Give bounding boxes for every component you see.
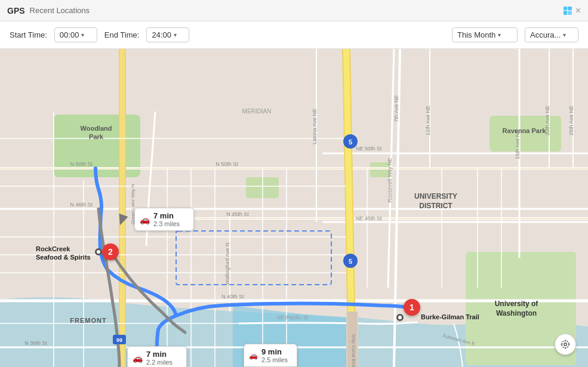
callout-1-content: 7 min 2.3 miles <box>153 211 180 227</box>
callout-2-dist: 2.2 miles <box>146 359 173 366</box>
end-time-chevron: ▾ <box>174 32 177 38</box>
close-button[interactable]: × <box>575 6 581 16</box>
period-select[interactable]: This Month ▾ <box>452 27 518 42</box>
callout-3: 🚗 9 min 2.5 miles <box>244 344 297 367</box>
callout-1-dist: 2.3 miles <box>153 220 180 227</box>
locate-button[interactable] <box>555 334 576 355</box>
app-title: GPS <box>7 6 25 16</box>
start-time-select[interactable]: 00:00 ▾ <box>54 27 97 42</box>
uw-label: University of Washington <box>495 300 538 318</box>
svg-text:5: 5 <box>349 258 352 265</box>
svg-point-74 <box>564 343 567 346</box>
callout-2-content: 7 min 2.2 miles <box>146 350 173 366</box>
marker-2[interactable]: 2 <box>102 243 119 260</box>
svg-text:NE Pacific St: NE Pacific St <box>277 314 309 320</box>
svg-text:7th Ave NE: 7th Ave NE <box>393 95 399 122</box>
car-icon-2: 🚗 <box>133 353 143 363</box>
svg-text:N 45th St: N 45th St <box>226 211 249 217</box>
controls-bar: Start Time: 00:00 ▾ End Time: 24:00 ▾ Th… <box>0 21 588 49</box>
callout-2: 🚗 7 min 2.2 miles <box>127 346 187 367</box>
marker-1[interactable]: 1 <box>404 299 420 316</box>
svg-text:Wallingford Ave N: Wallingford Ave N <box>224 242 230 285</box>
titlebar-icons: × <box>564 6 581 16</box>
university-district-label: UNIVERSITY DISTRICT <box>414 192 457 211</box>
car-icon-1: 🚗 <box>140 215 150 224</box>
subtitle: Recent Locations <box>30 6 90 15</box>
svg-text:NE 45th St: NE 45th St <box>356 215 382 221</box>
svg-text:25th Ave NE: 25th Ave NE <box>568 106 574 135</box>
accuracy-chevron: ▾ <box>563 32 566 38</box>
svg-text:MERIDIAN: MERIDIAN <box>242 108 272 115</box>
accuracy-label: Accura... <box>530 30 561 39</box>
start-time-value: 00:00 <box>60 30 79 39</box>
callout-3-content: 9 min 2.5 miles <box>261 347 288 363</box>
svg-text:N 50th St: N 50th St <box>70 161 93 167</box>
titlebar-left: GPS Recent Locations <box>7 6 90 16</box>
period-chevron: ▾ <box>498 32 501 38</box>
period-label: This Month <box>457 30 495 39</box>
end-time-select[interactable]: 24:00 ▾ <box>146 27 189 42</box>
accuracy-select[interactable]: Accura... ▾ <box>525 27 578 42</box>
map-container[interactable]: 5 5 99 N 50th St N 50th St N 46th St N 4… <box>0 49 588 367</box>
end-time-value: 24:00 <box>152 30 171 39</box>
fremont-label: FREMONT <box>70 316 106 325</box>
rockcreek-label: RockCreek Seafood & Spirits <box>36 245 91 262</box>
car-icon-3: 🚗 <box>249 351 258 360</box>
callout-1: 🚗 7 min 2.3 miles <box>134 208 194 231</box>
callout-1-time: 7 min <box>153 211 180 220</box>
callout-3-dist: 2.5 miles <box>261 356 288 363</box>
callout-3-time: 9 min <box>261 347 288 356</box>
svg-text:99: 99 <box>116 337 122 343</box>
svg-text:11th Ave NE: 11th Ave NE <box>425 106 431 135</box>
svg-text:Roosevelt Way NE: Roosevelt Way NE <box>387 158 393 202</box>
ravenna-label: Ravenna Park <box>503 127 546 135</box>
titlebar: GPS Recent Locations × <box>0 0 588 21</box>
svg-text:N 40th St: N 40th St <box>221 294 244 300</box>
callout-2-time: 7 min <box>146 350 173 359</box>
grid-icon[interactable] <box>564 7 572 15</box>
end-time-label: End Time: <box>104 30 140 39</box>
svg-point-75 <box>562 341 569 348</box>
burke-gilman-label: Burke-Gilman Trail <box>421 313 479 320</box>
svg-text:Ship Canal Bridge: Ship Canal Bridge <box>351 334 356 367</box>
svg-text:5: 5 <box>349 138 352 146</box>
svg-text:N 46th St: N 46th St <box>70 202 93 208</box>
svg-text:N 50th St: N 50th St <box>216 161 238 167</box>
woodland-label: Woodland Park <box>81 124 112 141</box>
burke-gilman-dot <box>396 314 404 321</box>
start-time-label: Start Time: <box>10 30 47 39</box>
svg-text:Latona Ave NE: Latona Ave NE <box>312 109 318 144</box>
start-time-chevron: ▾ <box>81 32 84 38</box>
svg-text:NE 50th St: NE 50th St <box>356 146 382 152</box>
svg-text:N 36th St: N 36th St <box>24 340 47 346</box>
rockcreek-dot <box>95 248 102 255</box>
